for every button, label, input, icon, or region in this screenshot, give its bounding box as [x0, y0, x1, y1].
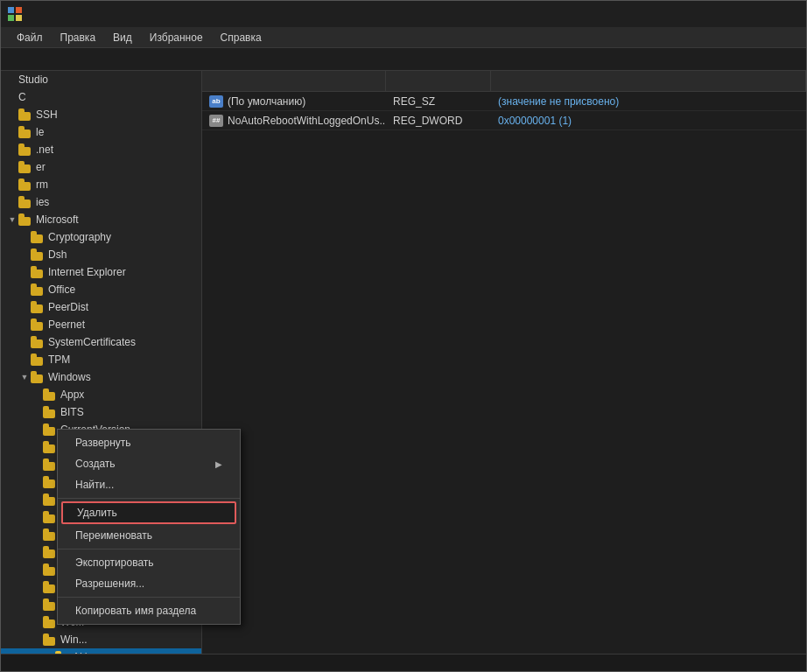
app-icon — [8, 7, 22, 21]
tree-item[interactable]: C — [1, 88, 201, 106]
menu-правка[interactable]: Правка — [52, 30, 105, 46]
expand-arrow-icon: ▼ — [18, 373, 31, 382]
context-menu-item-label: Переименовать — [75, 529, 152, 542]
tree-item-label: C — [18, 91, 26, 103]
context-menu: РазвернутьСоздать▶Найти...УдалитьПереиме… — [57, 429, 241, 625]
tree-item[interactable]: Studio — [1, 71, 201, 88]
folder-icon — [31, 371, 45, 383]
window-controls — [722, 5, 799, 23]
folder-icon — [31, 266, 45, 278]
minimize-button[interactable] — [722, 5, 747, 23]
tree-item[interactable]: AU — [1, 648, 201, 654]
tree-item[interactable]: Office — [1, 281, 201, 298]
registry-editor-window: ФайлПравкаВидИзбранноеСправка StudioCSSH… — [0, 0, 807, 672]
tree-item-label: AU — [73, 651, 88, 654]
cell-name: ##NoAutoRebootWithLoggedOnUs... — [202, 111, 386, 130]
tree-item-label: Studio — [18, 74, 48, 86]
folder-icon — [43, 546, 57, 558]
maximize-button[interactable] — [748, 5, 773, 23]
tree-item-label: SSH — [36, 108, 58, 121]
tree-item[interactable]: TPM — [1, 351, 201, 368]
folder-icon — [43, 598, 57, 611]
tree-item-label: SystemCertificates — [48, 336, 136, 348]
menu-вид[interactable]: Вид — [104, 30, 141, 46]
context-menu-item[interactable]: Экспортировать — [58, 552, 240, 573]
context-menu-item-label: Копировать имя раздела — [75, 605, 196, 617]
folder-icon — [55, 651, 69, 654]
folder-icon — [43, 388, 57, 401]
folder-icon — [18, 161, 32, 173]
context-menu-divider — [58, 549, 240, 550]
context-menu-item[interactable]: Переименовать — [58, 525, 240, 546]
folder-icon — [18, 196, 32, 208]
tree-item-label: BITS — [60, 406, 84, 418]
tree-item[interactable]: Win... — [1, 631, 201, 648]
folder-icon — [43, 564, 57, 576]
table-header — [202, 71, 806, 92]
context-menu-item[interactable]: Найти... — [58, 474, 240, 495]
folder-icon — [43, 511, 57, 523]
folder-icon — [18, 214, 32, 226]
tree-item[interactable]: ies — [1, 193, 201, 211]
tree-item[interactable]: Appx — [1, 386, 201, 403]
tree-item-label: .net — [36, 144, 53, 156]
tree-item[interactable]: SSH — [1, 106, 201, 123]
table-row[interactable]: ab(По умолчанию)REG_SZ(значение не присв… — [202, 92, 806, 111]
tree-item[interactable]: er — [1, 158, 201, 176]
reg-ab-icon: ab — [209, 95, 223, 108]
address-bar — [1, 48, 806, 71]
tree-item-label: Cryptography — [48, 231, 111, 243]
context-menu-divider — [58, 597, 240, 598]
tree-item[interactable]: le — [1, 123, 201, 141]
col-header-value — [491, 71, 806, 91]
tree-item[interactable]: Internet Explorer — [1, 263, 201, 281]
folder-icon — [31, 318, 45, 331]
folder-icon — [18, 126, 32, 138]
context-menu-item[interactable]: Создать▶ — [58, 453, 240, 474]
tree-item-label: Office — [48, 284, 75, 296]
context-menu-item-label: Экспортировать — [75, 556, 154, 569]
folder-icon — [18, 144, 32, 156]
tree-item[interactable]: Dsh — [1, 246, 201, 263]
tree-item[interactable]: ▼Microsoft — [1, 211, 201, 228]
tree-item[interactable]: Peernet — [1, 316, 201, 333]
cell-value: 0x00000001 (1) — [491, 111, 806, 130]
context-menu-item[interactable]: Разрешения... — [58, 573, 240, 594]
tree-item[interactable]: .net — [1, 141, 201, 158]
close-button[interactable] — [775, 5, 799, 23]
folder-icon — [31, 231, 45, 243]
tree-item-label: ies — [36, 196, 49, 208]
table-row[interactable]: ##NoAutoRebootWithLoggedOnUs...REG_DWORD… — [202, 111, 806, 130]
folder-icon — [31, 284, 45, 296]
folder-icon — [31, 301, 45, 313]
context-menu-item[interactable]: Копировать имя раздела — [58, 600, 240, 621]
tree-item-label: TPM — [48, 354, 70, 366]
expand-arrow-icon: ▼ — [6, 215, 18, 224]
cell-name-text: (По умолчанию) — [228, 95, 305, 108]
context-menu-delete[interactable]: Удалить — [61, 501, 236, 524]
menu-избранное[interactable]: Избранное — [141, 30, 212, 46]
folder-icon — [18, 178, 32, 191]
tree-item[interactable]: BITS — [1, 403, 201, 421]
cell-name: ab(По умолчанию) — [202, 92, 386, 110]
tree-item[interactable]: PeerDist — [1, 298, 201, 316]
tree-item-label: le — [36, 126, 44, 138]
tree-item[interactable]: ▼Windows — [1, 368, 201, 386]
tree-item[interactable]: SystemCertificates — [1, 333, 201, 351]
menu-файл[interactable]: Файл — [8, 30, 52, 46]
tree-item-label: PeerDist — [48, 301, 88, 313]
folder-icon — [43, 476, 57, 488]
menu-справка[interactable]: Справка — [212, 30, 270, 46]
folder-icon — [43, 441, 57, 453]
context-menu-item[interactable]: Развернуть — [58, 432, 240, 453]
folder-icon — [31, 336, 45, 348]
reg-dword-icon: ## — [209, 115, 223, 127]
tree-item[interactable]: rm — [1, 176, 201, 193]
cell-type: REG_DWORD — [386, 111, 491, 130]
context-menu-item-label: Создать — [75, 458, 116, 470]
tree-item[interactable]: Cryptography — [1, 228, 201, 246]
context-menu-item-label: Разрешения... — [75, 578, 144, 590]
tree-item-label: Peernet — [48, 318, 85, 331]
folder-icon — [18, 108, 32, 121]
context-menu-divider — [58, 498, 240, 499]
